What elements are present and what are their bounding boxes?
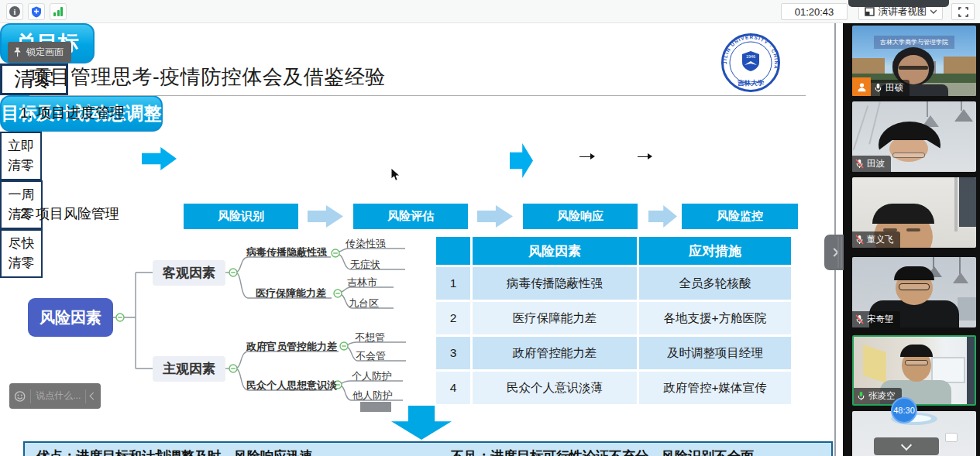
- smiley-emoji-icon[interactable]: [14, 390, 26, 403]
- mindmap-leaf: 吉林市: [347, 276, 377, 290]
- logo-name: 吉林大学: [737, 79, 765, 87]
- lock-view-label: 锁定画面: [26, 46, 64, 59]
- mic-speaking-icon: [857, 391, 865, 401]
- mindmap-leaf: 传染性强: [346, 237, 386, 251]
- mindmap-leaf: 九台区: [349, 297, 379, 310]
- chevron-down-icon: [901, 439, 912, 450]
- mindmap-leaf: 他人防护: [352, 389, 393, 403]
- table-row: 3 政府管控能力差 及时调整项目经理: [436, 337, 791, 369]
- shield-plus-icon: [31, 6, 42, 18]
- meeting-topbar: i 01:20:43 演讲者视图: [0, 0, 980, 23]
- timer-value: 01:20:43: [795, 6, 834, 18]
- security-button[interactable]: [28, 3, 45, 20]
- mindmap-branch: 客观因素: [153, 260, 225, 286]
- collapse-videos-button[interactable]: [874, 437, 939, 455]
- step-arrow-icon: [638, 156, 651, 157]
- participant-name-label: 田硕: [871, 80, 910, 96]
- stage-arrow-icon: [308, 205, 343, 228]
- glasses: [905, 360, 928, 365]
- summary-box: 优点：进度目标和计划调整及时，风险响应迅速 不足：进度目标可行性论证不充分，风险…: [23, 441, 833, 456]
- signal-bars-icon: [53, 7, 63, 16]
- summary-cons: 不足：进度目标可行性论证不充分，风险识别不全面: [451, 447, 754, 456]
- table-row: 1 病毒传播隐蔽性强 全员多轮核酸: [436, 267, 791, 300]
- chat-input-placeholder[interactable]: 说点什么...: [36, 389, 81, 403]
- collapse-minus-icons: [116, 249, 348, 389]
- mindmap-sub: 政府官员管控能力差: [246, 340, 337, 354]
- summary-pros: 优点：进度目标和计划调整及时，风险响应迅速: [36, 447, 313, 456]
- mindmap-leaf: 个人防护: [352, 369, 392, 383]
- mouse-cursor: [390, 167, 401, 183]
- mic-muted-icon: [855, 235, 864, 245]
- step-arrow-icon: [579, 156, 593, 157]
- table-header-row: 风险因素 应对措施: [436, 237, 791, 265]
- info-icon: i: [9, 6, 20, 17]
- participant-name-label: 田波: [852, 156, 891, 172]
- gray-remnant: [360, 402, 391, 412]
- flow1-step-box: 尽快 清零: [0, 229, 43, 278]
- video-thumbnail-active-speaker[interactable]: 张凌空: [852, 335, 976, 406]
- participant-name-label: 董义飞: [852, 231, 900, 248]
- logo-year: 1946: [746, 54, 755, 59]
- network-status-button[interactable]: [50, 3, 67, 20]
- title-divider: [29, 95, 806, 96]
- floating-toolbar-remnant: [848, 0, 949, 7]
- fullscreen-icon: [958, 7, 968, 17]
- glasses: [899, 283, 930, 290]
- meeting-timer: 01:20:43: [781, 3, 848, 20]
- speaker-view-layout-icon: [865, 7, 875, 16]
- mindmap-leaf: 无症状: [350, 258, 380, 272]
- mindmap-sub: 民众个人思想意识淡: [246, 379, 337, 393]
- mic-muted-icon: [855, 314, 864, 324]
- table-row: 2 医疗保障能力差 各地支援+方舱医院: [436, 302, 791, 334]
- flow1-big-arrow-icon: [510, 143, 533, 178]
- table-header-measure: 应对措施: [639, 237, 791, 265]
- video-thumbnail[interactable]: 董义飞: [852, 177, 976, 248]
- video-thumbnail[interactable]: 吉林大学商学与管理学院 田硕: [852, 26, 976, 96]
- video-thumbnail[interactable]: 宋奇望: [852, 257, 976, 327]
- speaking-duration-badge: 48:30: [891, 397, 917, 423]
- chat-quick-bar: 说点什么...: [9, 383, 101, 409]
- risk-stage-box: 风险识别: [184, 204, 298, 229]
- table-row: 4 民众个人意识淡薄 政府管控+媒体宣传: [436, 372, 791, 404]
- mindmap-branch: 主观因素: [153, 356, 225, 382]
- jilin-university-logo: JILIN UNIVERSITY · CHINA 1946 吉林大学: [720, 33, 781, 93]
- sidebar-drag-grip[interactable]: [837, 237, 839, 268]
- slide-title: 项目管理思考-疫情防控体会及借鉴经验: [29, 63, 386, 91]
- chevron-left-icon[interactable]: [90, 393, 98, 400]
- shared-screen-slide: 锁定画面 项目管理思考-疫情防控体会及借鉴经验 JILIN UNIVERSITY…: [0, 23, 835, 456]
- fullscreen-button[interactable]: [951, 3, 975, 20]
- down-block-arrow-icon: [391, 406, 452, 440]
- section2-heading: 2. 项目风险管理: [20, 204, 119, 223]
- participant-video-sidebar: 吉林大学商学与管理学院 田硕 田波: [843, 23, 980, 456]
- mic-muted-icon: [855, 159, 864, 169]
- meeting-info-button[interactable]: i: [6, 3, 23, 20]
- glasses: [892, 153, 925, 158]
- table-header-index: [436, 237, 470, 265]
- lock-view-button[interactable]: 锁定画面: [8, 42, 71, 63]
- table-header-risk: 风险因素: [473, 237, 637, 265]
- video-thumbnail[interactable]: 田波: [852, 101, 976, 172]
- mindmap-sub: 病毒传播隐蔽性强: [246, 245, 327, 259]
- flow1-arrow-icon: [142, 147, 177, 170]
- view-mode-label: 演讲者视图: [879, 5, 927, 19]
- risk-table: 风险因素 应对措施 1 病毒传播隐蔽性强 全员多轮核酸 2 医疗保障能力差 各地…: [434, 235, 793, 406]
- chevron-down-icon: [930, 9, 937, 14]
- risk-stage-box: 风险评估: [353, 204, 468, 229]
- avatar-badge: [852, 77, 871, 96]
- flow1-step-box: 立即 清零: [0, 132, 42, 180]
- mindmap-leaf: 不想管: [355, 331, 385, 345]
- section1-heading: 1. 项目进度管理: [20, 103, 125, 123]
- sidebar-drag-grip[interactable]: [841, 237, 842, 268]
- risk-stage-box: 风险监控: [682, 204, 798, 229]
- pushpin-icon: [13, 47, 22, 57]
- mindmap-sub: 医疗保障能力差: [256, 286, 326, 300]
- mindmap-leaf: 不会管: [356, 349, 386, 363]
- meeting-app: { "topbar": { "timer": "01:20:43", "view…: [0, 0, 980, 456]
- stage-arrow-icon: [477, 205, 513, 228]
- mindmap-root: 风险因素: [28, 298, 113, 337]
- mic-on-icon: [874, 83, 882, 93]
- risk-stage-box: 风险响应: [523, 204, 638, 229]
- person-icon: [856, 81, 868, 93]
- participant-name-label: 宋奇望: [852, 311, 900, 327]
- stage-arrow-icon: [648, 205, 677, 228]
